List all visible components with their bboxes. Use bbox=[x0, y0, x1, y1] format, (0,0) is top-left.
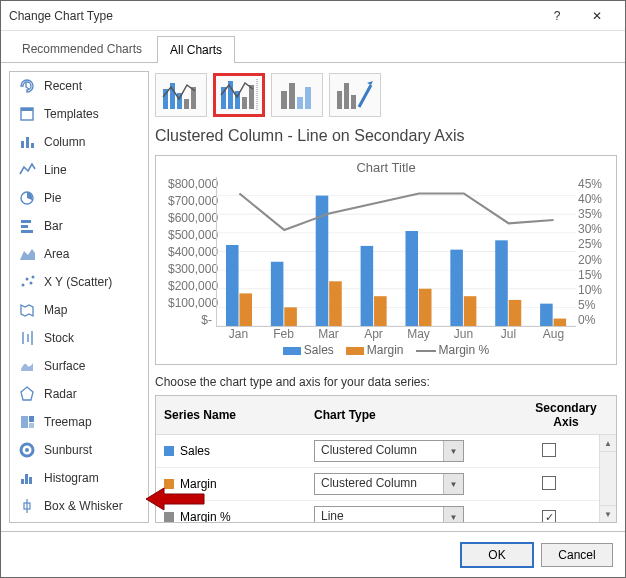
sidebar-item-histogram[interactable]: Histogram bbox=[10, 464, 148, 492]
sidebar-item-stock[interactable]: Stock bbox=[10, 324, 148, 352]
chart-subtype-name: Clustered Column - Line on Secondary Axi… bbox=[155, 125, 617, 149]
area-icon bbox=[18, 245, 36, 263]
legend-item-margin: Margin bbox=[346, 343, 404, 357]
secondary-axis-checkbox[interactable] bbox=[542, 476, 556, 490]
sidebar-item-label: Column bbox=[44, 135, 85, 149]
svg-rect-6 bbox=[21, 220, 31, 223]
series-name-label: Sales bbox=[180, 444, 210, 458]
sidebar-item-map[interactable]: Map bbox=[10, 296, 148, 324]
change-chart-type-dialog: Change Chart Type ? ✕ Recommended Charts… bbox=[0, 0, 626, 578]
sidebar-item-area[interactable]: Area bbox=[10, 240, 148, 268]
sidebar-item-label: Templates bbox=[44, 107, 99, 121]
main-panel: Clustered Column - Line on Secondary Axi… bbox=[155, 71, 617, 523]
svg-rect-77 bbox=[554, 319, 567, 326]
sidebar-item-label: Sunburst bbox=[44, 443, 92, 457]
svg-rect-69 bbox=[540, 304, 553, 326]
svg-rect-48 bbox=[305, 87, 311, 109]
sidebar-item-label: Recent bbox=[44, 79, 82, 93]
tab-all-charts[interactable]: All Charts bbox=[157, 36, 235, 63]
sidebar-item-label: Line bbox=[44, 163, 67, 177]
svg-rect-73 bbox=[374, 296, 387, 326]
recent-icon bbox=[18, 77, 36, 95]
sidebar-item-sunburst[interactable]: Sunburst bbox=[10, 436, 148, 464]
series-row-margin: Margin %Line▼✓ bbox=[156, 501, 599, 522]
sidebar-item-column[interactable]: Column bbox=[10, 128, 148, 156]
sidebar-item-recent[interactable]: Recent bbox=[10, 72, 148, 100]
close-button[interactable]: ✕ bbox=[577, 1, 617, 31]
secondary-axis-checkbox[interactable]: ✓ bbox=[542, 510, 556, 522]
svg-rect-68 bbox=[495, 240, 508, 326]
chart-preview-title: Chart Title bbox=[166, 160, 606, 175]
series-scrollbar[interactable]: ▲ ▼ bbox=[599, 435, 616, 522]
svg-rect-37 bbox=[184, 99, 189, 109]
sidebar-item-bar[interactable]: Bar bbox=[10, 212, 148, 240]
series-table-header: Series Name Chart Type Secondary Axis bbox=[156, 396, 616, 435]
series-type-value: Line bbox=[315, 507, 443, 522]
series-type-select[interactable]: Clustered Column▼ bbox=[314, 440, 464, 462]
svg-rect-7 bbox=[21, 225, 28, 228]
sunburst-icon bbox=[18, 441, 36, 459]
series-table: Series Name Chart Type Secondary Axis Sa… bbox=[155, 395, 617, 523]
subtype-combo-custom[interactable] bbox=[329, 73, 381, 117]
tab-recommended-charts[interactable]: Recommended Charts bbox=[9, 35, 155, 62]
svg-rect-72 bbox=[329, 281, 342, 326]
series-type-select[interactable]: Line▼ bbox=[314, 506, 464, 522]
series-type-value: Clustered Column bbox=[315, 474, 443, 494]
svg-rect-46 bbox=[289, 83, 295, 109]
sidebar-item-line[interactable]: Line bbox=[10, 156, 148, 184]
svg-rect-25 bbox=[29, 477, 32, 484]
series-type-value: Clustered Column bbox=[315, 441, 443, 461]
sidebar-item-label: X Y (Scatter) bbox=[44, 275, 112, 289]
surface-icon bbox=[18, 357, 36, 375]
line-icon bbox=[18, 161, 36, 179]
sidebar-item-label: Surface bbox=[44, 359, 85, 373]
scroll-up-icon[interactable]: ▲ bbox=[600, 435, 616, 452]
svg-rect-4 bbox=[31, 143, 34, 148]
x-axis-labels: JanFebMarAprMayJunJulAug bbox=[216, 327, 576, 341]
stock-icon bbox=[18, 329, 36, 347]
column-icon bbox=[18, 133, 36, 151]
svg-rect-62 bbox=[226, 245, 239, 326]
series-table-body: SalesClustered Column▼MarginClustered Co… bbox=[156, 435, 599, 522]
series-swatch bbox=[164, 479, 174, 489]
ok-button[interactable]: OK bbox=[461, 543, 533, 567]
svg-rect-19 bbox=[29, 416, 34, 422]
subtype-combo-1[interactable] bbox=[155, 73, 207, 117]
window-title: Change Chart Type bbox=[9, 9, 537, 23]
subtype-combo-3[interactable] bbox=[271, 73, 323, 117]
svg-rect-65 bbox=[361, 246, 374, 326]
plot bbox=[216, 177, 576, 327]
svg-rect-1 bbox=[21, 108, 33, 111]
scroll-down-icon[interactable]: ▼ bbox=[600, 505, 616, 522]
subtype-combo-2-selected[interactable] bbox=[213, 73, 265, 117]
sidebar-item-radar[interactable]: Radar bbox=[10, 380, 148, 408]
svg-rect-47 bbox=[297, 97, 303, 109]
chart-preview[interactable]: Chart Title $800,000$700,000$600,000$500… bbox=[155, 155, 617, 365]
sidebar-item-waterfall[interactable]: Waterfall bbox=[10, 520, 148, 523]
sidebar-item-treemap[interactable]: Treemap bbox=[10, 408, 148, 436]
sidebar-item-label: Area bbox=[44, 247, 69, 261]
sidebar-item-label: Histogram bbox=[44, 471, 99, 485]
subtype-row bbox=[155, 71, 617, 119]
series-row-sales: SalesClustered Column▼ bbox=[156, 435, 599, 468]
svg-rect-67 bbox=[450, 250, 463, 326]
help-button[interactable]: ? bbox=[537, 1, 577, 31]
secondary-axis-checkbox[interactable] bbox=[542, 443, 556, 457]
series-type-select[interactable]: Clustered Column▼ bbox=[314, 473, 464, 495]
chevron-down-icon: ▼ bbox=[443, 474, 463, 494]
series-swatch bbox=[164, 512, 174, 522]
sidebar-item-surface[interactable]: Surface bbox=[10, 352, 148, 380]
scatter-icon bbox=[18, 273, 36, 291]
pie-icon bbox=[18, 189, 36, 207]
close-icon: ✕ bbox=[592, 9, 602, 23]
cancel-button[interactable]: Cancel bbox=[541, 543, 613, 567]
svg-rect-74 bbox=[419, 289, 432, 326]
treemap-icon bbox=[18, 413, 36, 431]
sidebar-item-boxwhisker[interactable]: Box & Whisker bbox=[10, 492, 148, 520]
sidebar-item-scatter[interactable]: X Y (Scatter) bbox=[10, 268, 148, 296]
templates-icon bbox=[18, 105, 36, 123]
sidebar-item-label: Treemap bbox=[44, 415, 92, 429]
sidebar-item-templates[interactable]: Templates bbox=[10, 100, 148, 128]
svg-rect-70 bbox=[239, 293, 252, 326]
sidebar-item-pie[interactable]: Pie bbox=[10, 184, 148, 212]
